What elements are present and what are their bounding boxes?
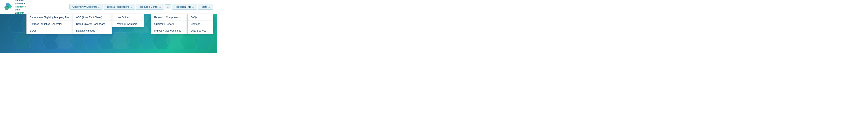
- nav-label-research-hub: Research Hub: [175, 5, 191, 8]
- dropdown-about: FAQs Contact Data Sources: [187, 14, 213, 34]
- logo-line3: Resilience: [15, 5, 26, 8]
- dropdown-item-events-webinars[interactable]: Events & Webinars: [113, 21, 144, 27]
- dropdown-item-afc[interactable]: AFC (Area Fact Sheet): [73, 14, 112, 21]
- nav-label-opportunity-explorers: Opportunity Explorers: [72, 5, 97, 8]
- nav-btn-tools-applications[interactable]: Tools & Applications ▲: [103, 4, 135, 10]
- dropdown-item-data-explorer[interactable]: Data Explorer Dashboard: [73, 21, 112, 27]
- header: National Economic Resilience Data Explor…: [0, 0, 217, 14]
- dropdown-item-data-sources[interactable]: Data Sources: [188, 27, 213, 34]
- svg-marker-31: [193, 32, 213, 49]
- logo-text: National Economic Resilience Data Explor…: [15, 0, 26, 14]
- nav-label-about: About: [200, 5, 207, 8]
- nav-item-tools-applications: Tools & Applications ▲: [103, 4, 135, 10]
- chevron-down-icon-4: ▲: [167, 6, 169, 8]
- nav-btn-about[interactable]: About ▲: [198, 4, 213, 10]
- dropdown-resource-center: User Guide Events & Webinars: [112, 14, 144, 27]
- dropdown-item-edci[interactable]: EDCI: [27, 27, 72, 34]
- nav-btn-opportunity-explorers[interactable]: Opportunity Explorers ▲: [69, 4, 103, 10]
- chevron-down-icon-2: ▲: [130, 6, 132, 8]
- nav-item-opportunity-explorers: Opportunity Explorers ▲: [69, 4, 103, 10]
- chevron-down-icon-3: ▲: [159, 6, 161, 8]
- chevron-down-icon-5: ▲: [192, 6, 194, 8]
- logo-area: National Economic Resilience Data Explor…: [4, 0, 35, 14]
- chevron-down-icon: ▲: [98, 6, 100, 8]
- nav-btn-arrow-only[interactable]: ▲: [165, 4, 171, 9]
- main-nav: Opportunity Explorers ▲ Tools & Applicat…: [69, 4, 213, 10]
- nav-item-resource-center: Resource Center ▲: [136, 4, 164, 10]
- logo-line1: National: [15, 0, 26, 2]
- dropdown-item-quarterly-reports[interactable]: Quarterly Reports: [151, 21, 187, 27]
- dropdown-opportunity-explorers: Recompete Eligibility Mapping Tool Distr…: [26, 14, 73, 34]
- logo-line4: Data: [15, 8, 26, 11]
- dropdown-item-contact[interactable]: Contact: [188, 21, 213, 27]
- dropdown-item-data-downloads[interactable]: Data Downloads: [73, 27, 112, 34]
- dropdown-tools-applications: AFC (Area Fact Sheet) Data Explorer Dash…: [73, 14, 112, 34]
- nav-label-tools-applications: Tools & Applications: [106, 5, 129, 8]
- dropdown-item-faqs[interactable]: FAQs: [188, 14, 213, 21]
- dropdown-research-hub: Research Components Quarterly Reports In…: [151, 14, 187, 34]
- nav-btn-research-hub[interactable]: Research Hub ▲: [172, 4, 197, 10]
- page: National Economic Resilience Data Explor…: [0, 0, 217, 53]
- nav-item-research-hub: Research Hub ▲: [172, 4, 197, 10]
- dropdown-item-distress[interactable]: Distress Statistics Generator: [27, 21, 72, 27]
- nav-label-resource-center: Resource Center: [139, 5, 158, 8]
- logo-icon: [4, 2, 13, 11]
- nav-item-about: About ▲: [198, 4, 213, 10]
- dropdown-item-indices-methodologies[interactable]: Indices / Methodologies: [151, 27, 187, 34]
- dropdown-panels-container: Recompete Eligibility Mapping Tool Distr…: [0, 14, 217, 34]
- nav-item-arrow-only: ▲: [165, 4, 171, 9]
- dropdown-item-user-guide[interactable]: User Guide: [113, 14, 144, 21]
- nav-btn-resource-center[interactable]: Resource Center ▲: [136, 4, 164, 10]
- dropdown-item-research-components[interactable]: Research Components: [151, 14, 187, 21]
- logo-line2: Economic: [15, 2, 26, 5]
- dropdown-item-recompete[interactable]: Recompete Eligibility Mapping Tool: [27, 14, 72, 21]
- chevron-down-icon-6: ▲: [208, 6, 210, 8]
